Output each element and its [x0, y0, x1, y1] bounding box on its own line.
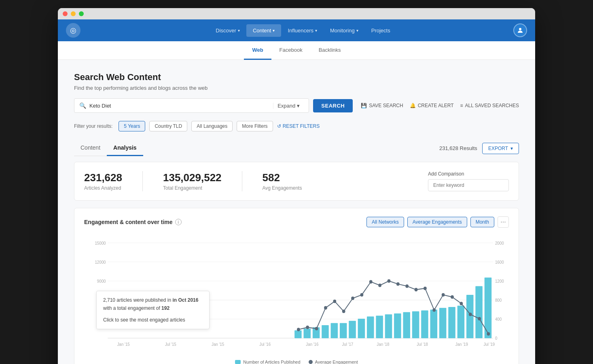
saved-searches-link[interactable]: ≡ ALL SAVED SEARCHES: [460, 103, 519, 108]
svg-point-54: [424, 287, 427, 290]
svg-point-45: [342, 309, 345, 313]
create-alert-link[interactable]: 🔔 CREATE ALERT: [410, 103, 454, 108]
reset-filters-link[interactable]: ↺ RESET FILTERS: [277, 123, 320, 129]
search-button[interactable]: SEARCH: [313, 99, 353, 112]
svg-rect-36: [457, 306, 465, 338]
expand-button[interactable]: Expand ▾: [273, 103, 304, 109]
svg-rect-38: [475, 286, 483, 339]
filter-country-tld[interactable]: Country TLD: [149, 121, 187, 131]
svg-rect-27: [376, 315, 383, 338]
stat-engagement-value: 135,029,522: [163, 171, 222, 184]
search-icon: 🔍: [79, 102, 86, 109]
stat-articles-label: Articles Analyzed: [84, 185, 122, 191]
info-icon[interactable]: i: [175, 219, 182, 225]
chevron-down-icon: ▾: [273, 28, 275, 33]
stat-engagement-label: Total Engagement: [163, 185, 222, 191]
tab-facebook[interactable]: Facebook: [271, 41, 311, 60]
svg-point-61: [487, 332, 490, 336]
svg-point-40: [297, 328, 300, 331]
svg-point-59: [469, 313, 472, 316]
nav-item-content[interactable]: Content ▾: [246, 24, 282, 37]
chart-btn-networks[interactable]: All Networks: [366, 217, 404, 227]
svg-text:800: 800: [495, 298, 502, 303]
filter-more[interactable]: More Filters: [237, 121, 273, 131]
stat-divider: [142, 171, 143, 191]
more-options-button[interactable]: ···: [498, 216, 509, 228]
stat-articles-value: 231,628: [84, 171, 122, 184]
sub-tabs: Web Facebook Backlinks: [58, 41, 535, 60]
logo[interactable]: ◎: [66, 23, 80, 38]
tab-content[interactable]: Content: [74, 140, 107, 156]
svg-rect-32: [421, 311, 428, 339]
search-input[interactable]: [89, 103, 273, 109]
export-button[interactable]: EXPORT ▾: [482, 143, 519, 154]
svg-point-51: [396, 282, 400, 286]
svg-text:15000: 15000: [95, 241, 106, 245]
chart-legend: Number of Articles Published Average Eng…: [84, 360, 509, 364]
filters-row: Filter your results: 5 Years Country TLD…: [74, 121, 519, 131]
svg-text:Jan '16: Jan '16: [306, 342, 318, 347]
svg-rect-22: [331, 323, 338, 339]
nav-item-projects[interactable]: Projects: [365, 24, 397, 37]
filter-all-languages[interactable]: All Languages: [191, 121, 233, 131]
svg-point-44: [333, 300, 336, 303]
tab-analysis[interactable]: Analysis: [107, 140, 143, 156]
nav-item-monitoring[interactable]: Monitoring ▾: [324, 24, 365, 37]
legend-articles-icon: [235, 360, 241, 364]
svg-point-49: [378, 284, 381, 287]
svg-point-48: [369, 280, 373, 284]
nav-item-influencers[interactable]: Influencers ▾: [281, 24, 324, 37]
chart-card: Engagement & content over time i All Net…: [74, 208, 519, 364]
comparison-input[interactable]: [428, 179, 509, 191]
svg-point-41: [306, 326, 309, 329]
svg-text:9000: 9000: [97, 279, 106, 284]
svg-rect-28: [385, 314, 392, 338]
search-row: 🔍 Expand ▾ SEARCH 💾 SAVE SEARCH 🔔 CREATE…: [74, 98, 519, 113]
tooltip-cta[interactable]: Click to see the most engaged articles: [103, 316, 203, 324]
stat-articles: 231,628 Articles Analyzed: [84, 171, 122, 191]
tab-backlinks[interactable]: Backlinks: [311, 41, 349, 60]
alert-icon: 🔔: [410, 103, 416, 108]
maximize-dot[interactable]: [79, 11, 84, 16]
chart-area: 15000 12000 9000 6000 3000 2000 1600 120…: [84, 234, 509, 356]
svg-point-42: [315, 327, 318, 330]
chart-title: Engagement & content over time i: [84, 219, 182, 225]
filter-5years[interactable]: 5 Years: [119, 121, 145, 131]
chevron-down-icon: ▾: [356, 28, 358, 33]
svg-point-56: [442, 293, 445, 297]
svg-text:2000: 2000: [495, 241, 504, 245]
chart-btn-month[interactable]: Month: [470, 217, 494, 227]
chart-header: Engagement & content over time i All Net…: [84, 216, 509, 228]
nav-item-discover[interactable]: Discover ▾: [209, 24, 246, 37]
tooltip-text: 2,710 articles were published in in Oct …: [103, 296, 203, 313]
svg-text:1200: 1200: [495, 279, 504, 284]
avatar[interactable]: [513, 23, 527, 37]
svg-text:Jul '18: Jul '18: [417, 342, 428, 347]
main-content: Search Web Content Find the top performi…: [58, 60, 535, 364]
chevron-down-icon: ▾: [297, 103, 300, 109]
save-search-link[interactable]: 💾 SAVE SEARCH: [361, 103, 403, 108]
svg-rect-21: [322, 325, 329, 338]
stat-avg-label: Avg Engagements: [263, 185, 302, 191]
stat-engagement: 135,029,522 Total Engagement: [163, 171, 222, 191]
svg-text:Jul '16: Jul '16: [259, 342, 271, 347]
svg-point-43: [324, 306, 327, 310]
tab-web[interactable]: Web: [244, 41, 271, 60]
nav-bar: ◎ Discover ▾ Content ▾ Influencers ▾ Mon…: [58, 19, 535, 41]
content-tabs: Content Analysis: [74, 140, 143, 156]
svg-rect-35: [448, 307, 455, 338]
svg-rect-30: [403, 312, 410, 338]
svg-rect-19: [304, 329, 311, 339]
svg-point-53: [415, 288, 418, 292]
svg-text:0: 0: [495, 336, 498, 341]
svg-text:12000: 12000: [95, 260, 106, 265]
svg-point-60: [478, 317, 481, 321]
minimize-dot[interactable]: [71, 11, 76, 16]
close-dot[interactable]: [63, 11, 68, 16]
page-title: Search Web Content: [74, 72, 519, 83]
svg-rect-31: [412, 311, 419, 338]
results-count: 231,628 Results: [439, 145, 477, 151]
chart-btn-engagements[interactable]: Average Engagements: [407, 217, 467, 227]
svg-rect-24: [349, 321, 356, 338]
chevron-down-icon: ▾: [315, 28, 317, 33]
